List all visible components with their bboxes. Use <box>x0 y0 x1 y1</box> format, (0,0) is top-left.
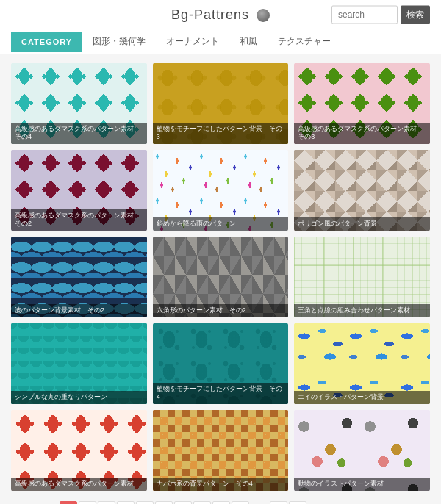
page-btn-8[interactable]: 8 <box>193 501 211 504</box>
pattern-caption-5: ポリゴン風のパターン背景 <box>294 217 430 231</box>
search-button[interactable]: 検索 <box>401 5 430 24</box>
page-btn-3[interactable]: 3 <box>98 501 115 504</box>
pattern-caption-2: 高級感のあるダマスク系のパターン素材 その3 <box>294 123 430 144</box>
pattern-caption-0: 高級感のあるダマスク系のパターン素材 その4 <box>11 123 147 144</box>
pattern-caption-11: エイのイラストパターン背景 <box>294 391 430 404</box>
grid-item-6[interactable]: 波のパターン背景素材 その2 <box>11 237 147 317</box>
grid-item-9[interactable]: シンプルな丸の重なりパターン <box>11 323 147 404</box>
pattern-box-3: 高級感のあるダマスク系のパターン素材 その2 <box>11 150 147 231</box>
pattern-box-1: 植物をモチーフにしたパターン背景 その3 <box>153 63 289 144</box>
pattern-caption-7: 六角形のパターン素材 その2 <box>153 304 289 317</box>
grid-item-13[interactable]: ナバホ系の背景パターン その4 <box>153 410 289 491</box>
pattern-box-9: シンプルな丸の重なりパターン <box>11 323 147 404</box>
page-next[interactable]: > <box>289 501 306 504</box>
pattern-box-14: 動物のイラストパターン素材 <box>294 410 430 491</box>
pattern-caption-12: 高級感のあるダマスク系のパターン素材 <box>11 478 147 491</box>
site-title: Bg-Pattrens <box>171 7 270 22</box>
grid-item-7[interactable]: 六角形のパターン素材 その2 <box>153 237 289 317</box>
search-area: 検索 <box>331 5 430 24</box>
pattern-grid: 高級感のあるダマスク系のパターン素材 その4植物をモチーフにしたパターン背景 そ… <box>11 63 430 491</box>
grid-item-10[interactable]: 植物をモチーフにしたパターン背景 その4 <box>153 323 289 404</box>
page-btn-2[interactable]: 2 <box>79 501 96 504</box>
nav-bar: CATEGORY 図形・幾何学 オーナメント 和風 テクスチャー <box>0 29 441 54</box>
nav-item-texture[interactable]: テクスチャー <box>268 29 341 54</box>
page-btn-6[interactable]: 6 <box>155 501 173 504</box>
pattern-caption-10: 植物をモチーフにしたパターン背景 その4 <box>153 383 289 404</box>
grid-item-2[interactable]: 高級感のあるダマスク系のパターン素材 その3 <box>294 63 430 144</box>
pattern-box-7: 六角形のパターン素材 その2 <box>153 237 289 317</box>
pattern-box-11: エイのイラストパターン背景 <box>294 323 430 404</box>
grid-item-11[interactable]: エイのイラストパターン背景 <box>294 323 430 404</box>
grid-item-4[interactable]: 斜めから降る雨のパターン <box>153 150 289 231</box>
pattern-box-6: 波のパターン背景素材 その2 <box>11 237 147 317</box>
grid-item-8[interactable]: 三角と点線の組み合わせパターン素材 <box>294 237 430 317</box>
pattern-box-4: 斜めから降る雨のパターン <box>153 150 289 231</box>
page-dots[interactable]: ... <box>251 501 268 504</box>
pattern-box-0: 高級感のあるダマスク系のパターン素材 その4 <box>11 63 147 144</box>
search-input[interactable] <box>331 5 398 24</box>
pattern-caption-4: 斜めから降る雨のパターン <box>153 217 289 231</box>
page-btn-7[interactable]: 7 <box>174 501 192 504</box>
nav-item-ornament[interactable]: オーナメント <box>156 29 229 54</box>
pattern-box-13: ナバホ系の背景パターン その4 <box>153 410 289 491</box>
pattern-box-10: 植物をモチーフにしたパターン背景 その4 <box>153 323 289 404</box>
page-btn-4[interactable]: 4 <box>117 501 135 504</box>
pattern-grid-container: 高級感のあるダマスク系のパターン素材 その4植物をモチーフにしたパターン背景 そ… <box>0 54 441 495</box>
pattern-caption-9: シンプルな丸の重なりパターン <box>11 391 147 404</box>
pattern-box-5: ポリゴン風のパターン背景 <box>294 150 430 231</box>
pattern-caption-1: 植物をモチーフにしたパターン背景 その3 <box>153 123 289 144</box>
pagination-buttons: 12345678910...14> <box>60 501 308 504</box>
pagination: Page 1 of 14 12345678910...14> <box>0 495 441 504</box>
grid-item-0[interactable]: 高級感のあるダマスク系のパターン素材 その4 <box>11 63 147 144</box>
nav-item-geometry[interactable]: 図形・幾何学 <box>82 29 156 54</box>
pattern-caption-6: 波のパターン背景素材 その2 <box>11 304 147 317</box>
pattern-caption-13: ナバホ系の背景パターン その4 <box>153 478 289 491</box>
nav-category-button[interactable]: CATEGORY <box>11 32 82 52</box>
header: Bg-Pattrens 検索 <box>0 0 441 29</box>
grid-item-1[interactable]: 植物をモチーフにしたパターン背景 その3 <box>153 63 289 144</box>
logo-ball <box>257 9 270 22</box>
grid-item-12[interactable]: 高級感のあるダマスク系のパターン素材 <box>11 410 147 491</box>
pattern-caption-3: 高級感のあるダマスク系のパターン素材 その2 <box>11 209 147 231</box>
page-btn-9[interactable]: 9 <box>212 501 230 504</box>
page-btn-5[interactable]: 5 <box>136 501 154 504</box>
grid-item-5[interactable]: ポリゴン風のパターン背景 <box>294 150 430 231</box>
page-btn-10[interactable]: 10 <box>232 501 249 504</box>
pattern-caption-14: 動物のイラストパターン素材 <box>294 478 430 491</box>
pattern-box-12: 高級感のあるダマスク系のパターン素材 <box>11 410 147 491</box>
pattern-box-2: 高級感のあるダマスク系のパターン素材 その3 <box>294 63 430 144</box>
page-btn-14[interactable]: 14 <box>270 501 287 504</box>
nav-item-japanese[interactable]: 和風 <box>229 29 268 54</box>
pattern-box-8: 三角と点線の組み合わせパターン素材 <box>294 237 430 317</box>
pattern-caption-8: 三角と点線の組み合わせパターン素材 <box>294 304 430 317</box>
page-btn-1[interactable]: 1 <box>60 501 77 504</box>
grid-item-3[interactable]: 高級感のあるダマスク系のパターン素材 その2 <box>11 150 147 231</box>
grid-item-14[interactable]: 動物のイラストパターン素材 <box>294 410 430 491</box>
